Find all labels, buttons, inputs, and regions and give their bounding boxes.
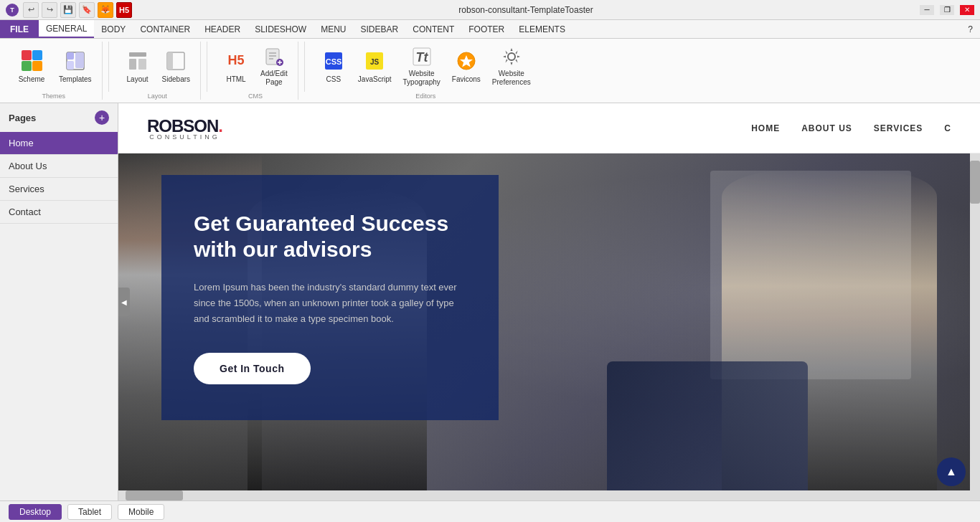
javascript-icon: JS — [363, 49, 386, 72]
nav-about[interactable]: ABOUT US — [801, 123, 852, 133]
title-bar-left: T ↩ ↪ 💾 🔖 🦊 H5 — [6, 2, 132, 18]
svg-text:Tt: Tt — [415, 50, 428, 65]
css-button[interactable]: CSS CSS — [316, 43, 351, 90]
toolbar-themes-items: Scheme Templates — [11, 42, 96, 91]
typography-icon: Tt — [410, 46, 433, 67]
preview-nav: ROBSON. CONSULTING HOME ABOUT US SERVICE… — [118, 103, 980, 153]
redo-btn[interactable]: ↪ — [42, 2, 57, 18]
desktop-view-button[interactable]: Desktop — [9, 504, 62, 520]
themes-group-label: Themes — [42, 91, 66, 100]
layout-group-label: Layout — [148, 91, 167, 100]
addedit-icon — [263, 46, 286, 67]
scroll-to-top-button[interactable]: ▲ — [937, 457, 966, 486]
canvas-area: ◀ ROBSON. CONSULTING HOME ABOUT US SERVI… — [118, 103, 980, 500]
svg-point-24 — [508, 53, 515, 60]
menu-general[interactable]: GENERAL — [39, 20, 94, 38]
favicons-button[interactable]: Favicons — [448, 43, 485, 90]
separator-2 — [207, 42, 207, 92]
quick-access-icons: ↩ ↪ 💾 🔖 🦊 H5 — [23, 2, 132, 18]
toolbar-cms-items: H5 HTML Add/EditPage — [219, 42, 292, 91]
horizontal-scrollbar-thumb[interactable] — [126, 490, 183, 500]
templates-label: Templates — [59, 75, 92, 84]
menu-container[interactable]: CONTAINER — [133, 20, 197, 38]
menu-menu[interactable]: MENU — [314, 20, 353, 38]
horizontal-scrollbar[interactable] — [118, 490, 970, 500]
add-page-button[interactable]: + — [95, 110, 109, 125]
javascript-label: JavaScript — [358, 75, 392, 84]
nav-services[interactable]: SERVICES — [874, 123, 923, 133]
menu-body[interactable]: BODY — [94, 20, 133, 38]
toolbar-group-cms: H5 HTML Add/EditPage — [213, 42, 298, 100]
mobile-view-button[interactable]: Mobile — [118, 504, 164, 520]
bookmark-btn[interactable]: 🔖 — [79, 2, 95, 18]
menu-bar: FILE GENERAL BODY CONTAINER HEADER SLIDE… — [0, 20, 980, 39]
templates-button[interactable]: Templates — [55, 43, 96, 90]
sidebar: Pages + Home About Us Services Contact — [0, 103, 118, 500]
nav-more[interactable]: C — [944, 123, 951, 133]
separator-3 — [304, 42, 305, 92]
sidebar-title: Pages — [9, 113, 36, 123]
menu-content[interactable]: CONTENT — [405, 20, 461, 38]
close-btn[interactable]: ✕ — [960, 5, 974, 15]
separator-1 — [108, 42, 109, 92]
nav-home[interactable]: HOME — [751, 123, 780, 133]
h5-btn[interactable]: H5 — [116, 2, 132, 18]
sidebar-collapse-button[interactable]: ◀ — [118, 288, 130, 316]
tablet-view-button[interactable]: Tablet — [67, 504, 112, 520]
preferences-label: WebsitePreferences — [492, 70, 531, 87]
preferences-button[interactable]: WebsitePreferences — [488, 43, 535, 90]
sidebar-item-contact[interactable]: Contact — [0, 201, 118, 224]
svg-rect-2 — [67, 61, 74, 70]
brand-logo: ROBSON. CONSULTING — [147, 116, 222, 141]
menu-sidebar[interactable]: SIDEBAR — [354, 20, 406, 38]
save-btn[interactable]: 💾 — [60, 2, 76, 18]
sidebar-item-about[interactable]: About Us — [0, 155, 118, 178]
html-button[interactable]: H5 HTML — [219, 43, 253, 90]
svg-text:CSS: CSS — [326, 57, 342, 66]
app-icon: T — [6, 4, 19, 16]
css-icon: CSS — [322, 49, 345, 72]
hero-description: Lorem Ipsum has been the industry's stan… — [194, 280, 466, 327]
menu-header[interactable]: HEADER — [197, 20, 248, 38]
sidebar-item-services[interactable]: Services — [0, 178, 118, 201]
addedit-button[interactable]: Add/EditPage — [256, 43, 292, 90]
nav-links: HOME ABOUT US SERVICES C — [751, 123, 951, 133]
undo-btn[interactable]: ↩ — [23, 2, 39, 18]
toolbar: Scheme Templates Themes — [0, 39, 980, 103]
svg-rect-4 — [129, 52, 146, 57]
menu-slideshow[interactable]: SLIDESHOW — [248, 20, 314, 38]
maximize-btn[interactable]: ❐ — [940, 5, 954, 15]
bottom-bar: Desktop Tablet Mobile — [0, 500, 980, 522]
toolbar-layout-items: Layout Sidebars — [121, 42, 194, 91]
menu-footer[interactable]: FOOTER — [461, 20, 512, 38]
menu-file[interactable]: FILE — [0, 20, 39, 38]
vertical-scrollbar[interactable] — [970, 153, 980, 500]
hero-title: Get Guaranteed Success with our advisors — [194, 211, 466, 262]
window-title: robson-consultant-TemplateToaster — [132, 5, 920, 15]
css-label: CSS — [326, 75, 341, 84]
minimize-btn[interactable]: ─ — [920, 5, 934, 15]
addedit-label: Add/EditPage — [260, 70, 288, 87]
javascript-button[interactable]: JS JavaScript — [354, 43, 396, 90]
preferences-icon — [500, 46, 523, 67]
main-area: Pages + Home About Us Services Contact ◀… — [0, 103, 980, 500]
svg-rect-6 — [138, 59, 146, 70]
firefox-btn[interactable]: 🦊 — [98, 2, 113, 18]
toolbar-editors-items: CSS CSS JS JavaScript Tt — [316, 42, 535, 91]
sidebars-icon — [164, 49, 187, 72]
menu-elements[interactable]: ELEMENTS — [512, 20, 573, 38]
layout-button[interactable]: Layout — [121, 43, 155, 90]
menu-help[interactable]: ? — [961, 20, 980, 38]
hero-overlay: Get Guaranteed Success with our advisors… — [161, 175, 499, 420]
cms-group-label: CMS — [248, 91, 263, 100]
typography-button[interactable]: Tt WebsiteTypography — [399, 43, 445, 90]
sidebar-item-home[interactable]: Home — [0, 132, 118, 155]
svg-rect-3 — [75, 52, 84, 68]
hero-cta-button[interactable]: Get In Touch — [194, 353, 311, 384]
scheme-button[interactable]: Scheme — [11, 43, 52, 90]
sidebars-button[interactable]: Sidebars — [158, 43, 194, 90]
html-label: HTML — [226, 75, 245, 84]
hero-section: Get Guaranteed Success with our advisors… — [118, 153, 980, 500]
layout-icon — [126, 49, 149, 72]
vertical-scrollbar-thumb[interactable] — [970, 161, 980, 204]
